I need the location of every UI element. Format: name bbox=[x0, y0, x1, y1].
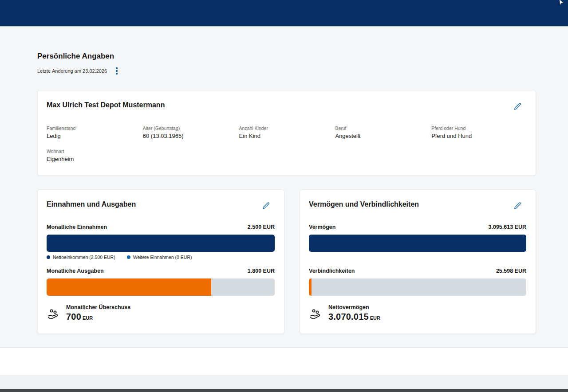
expenses-row: Monatliche Ausgaben 1.800 EUR bbox=[47, 268, 275, 274]
last-change-text: Letzte Änderung am 23.02.2026 bbox=[37, 68, 107, 74]
net-wealth-amount-row: 3.070.015EUR bbox=[328, 312, 380, 322]
liabilities-label: Verbindlichkeiten bbox=[309, 268, 355, 274]
field-value: Ein Kind bbox=[239, 133, 335, 139]
liabilities-row: Verbindlichkeiten 25.598 EUR bbox=[309, 268, 526, 274]
net-wealth-text: Nettovermögen 3.070.015EUR bbox=[328, 304, 380, 322]
income-bar bbox=[47, 235, 275, 252]
net-wealth-amount: 3.070.015 bbox=[328, 312, 369, 321]
surplus-summary: Monatlicher Überschuss 700EUR bbox=[47, 304, 130, 322]
surplus-amount: 700 bbox=[66, 312, 81, 321]
pencil-icon bbox=[261, 201, 271, 211]
surplus-currency: EUR bbox=[83, 315, 93, 321]
legend-item-nettoeinkommen: Nettoeinkommen (2.500 EUR) bbox=[47, 255, 115, 260]
person-card: Max Ulrich Test Depot Mustermann Familie… bbox=[37, 90, 536, 176]
surplus-amount-row: 700EUR bbox=[66, 312, 130, 322]
field-pferd-oder-hund: Pferd oder Hund Pferd und Hund bbox=[431, 125, 528, 139]
assets-liabilities-card: Vermögen und Verbindlichkeiten Vermögen … bbox=[300, 189, 536, 334]
meta-row: Letzte Änderung am 23.02.2026 bbox=[37, 67, 119, 75]
assets-bar-fill bbox=[309, 235, 526, 252]
net-wealth-currency: EUR bbox=[370, 315, 380, 321]
field-label: Anzahl Kinder bbox=[239, 125, 335, 131]
surplus-text: Monatlicher Überschuss 700EUR bbox=[66, 304, 130, 322]
field-familienstand: Familienstand Ledig bbox=[47, 125, 143, 139]
pencil-icon bbox=[513, 201, 522, 211]
top-navigation-bar bbox=[0, 0, 568, 27]
hand-coins-icon bbox=[309, 307, 323, 321]
legend-item-weitere-einnahmen: Weitere Einnahmen (0 EUR) bbox=[127, 255, 192, 260]
expenses-label: Monatliche Ausgaben bbox=[47, 268, 104, 274]
lower-gray-strip bbox=[0, 375, 568, 389]
net-wealth-label: Nettovermögen bbox=[328, 304, 380, 310]
liabilities-bar-fill bbox=[309, 278, 312, 296]
income-card-title: Einnahmen und Ausgaben bbox=[47, 200, 136, 208]
field-beruf: Beruf Angestellt bbox=[335, 125, 431, 139]
hand-coins-icon bbox=[47, 307, 61, 321]
assets-label: Vermögen bbox=[309, 224, 335, 230]
field-value: Ledig bbox=[47, 133, 143, 139]
expenses-bar bbox=[47, 278, 275, 296]
income-label: Monatliche Einnahmen bbox=[47, 224, 107, 230]
field-value: Eigenheim bbox=[47, 156, 143, 162]
assets-amount: 3.095.613 EUR bbox=[489, 224, 526, 230]
field-value: Angestellt bbox=[335, 133, 431, 139]
edit-wealth-button[interactable] bbox=[512, 200, 523, 212]
edit-person-button[interactable] bbox=[512, 101, 523, 113]
liabilities-bar bbox=[309, 278, 526, 296]
income-expenses-card: Einnahmen und Ausgaben Monatliche Einnah… bbox=[37, 189, 284, 334]
legend-dot-blue bbox=[127, 255, 130, 259]
expenses-bar-fill bbox=[47, 278, 211, 296]
pencil-icon bbox=[513, 102, 522, 111]
field-value: Pferd und Hund bbox=[431, 133, 528, 139]
field-label: Pferd oder Hund bbox=[431, 125, 528, 131]
field-label: Alter (Geburtstag) bbox=[143, 125, 239, 131]
surplus-label: Monatlicher Überschuss bbox=[66, 304, 130, 310]
income-row: Monatliche Einnahmen 2.500 EUR bbox=[47, 224, 275, 230]
field-value: 60 (13.03.1965) bbox=[143, 133, 239, 139]
kebab-menu-icon[interactable] bbox=[114, 67, 119, 75]
field-wohnart: Wohnart Eigenheim bbox=[47, 149, 143, 162]
person-card-title: Max Ulrich Test Depot Mustermann bbox=[47, 101, 165, 109]
mouse-cursor-icon bbox=[557, 0, 565, 6]
income-amount: 2.500 EUR bbox=[248, 224, 275, 230]
page-title: Persönliche Angaben bbox=[37, 52, 114, 61]
field-label: Familienstand bbox=[47, 125, 143, 131]
bottom-dark-strip bbox=[0, 389, 568, 392]
income-legend: Nettoeinkommen (2.500 EUR) Weitere Einna… bbox=[47, 255, 192, 260]
net-wealth-summary: Nettovermögen 3.070.015EUR bbox=[309, 304, 380, 322]
assets-bar bbox=[309, 235, 526, 252]
expenses-amount: 1.800 EUR bbox=[248, 268, 275, 274]
liabilities-amount: 25.598 EUR bbox=[496, 268, 526, 274]
field-label: Wohnart bbox=[47, 149, 143, 154]
legend-dot-navy bbox=[47, 255, 50, 259]
field-alter: Alter (Geburtstag) 60 (13.03.1965) bbox=[143, 125, 239, 139]
person-fields: Familienstand Ledig Alter (Geburtstag) 6… bbox=[47, 125, 528, 162]
field-anzahl-kinder: Anzahl Kinder Ein Kind bbox=[239, 125, 335, 139]
edit-income-button[interactable] bbox=[260, 200, 272, 212]
income-bar-fill bbox=[47, 235, 275, 252]
wealth-card-title: Vermögen und Verbindlichkeiten bbox=[309, 200, 419, 208]
assets-row: Vermögen 3.095.613 EUR bbox=[309, 224, 526, 230]
footer-action-bar: FinanzCheck fortsetzen bbox=[0, 347, 568, 375]
field-label: Beruf bbox=[335, 125, 431, 131]
finanzcheck-page: Persönliche Angaben Letzte Änderung am 2… bbox=[0, 0, 568, 392]
